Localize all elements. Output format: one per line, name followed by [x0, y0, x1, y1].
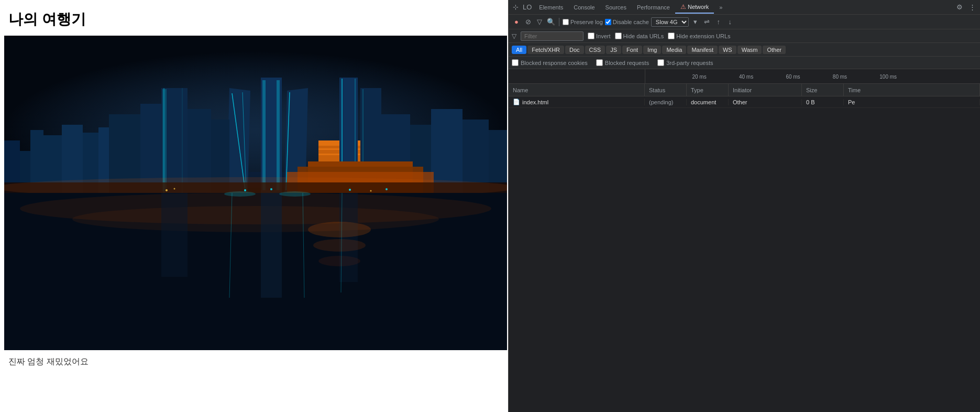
type-btn-img[interactable]: Img	[643, 46, 661, 54]
devtools-panel: ⊹ LO Elements Console Sources Performanc…	[508, 0, 980, 412]
th-type[interactable]: Type	[687, 84, 729, 96]
page-title: 나의 여행기	[0, 5, 508, 36]
type-filter-bar: All Fetch/XHR Doc CSS JS Font Img Media …	[509, 43, 980, 57]
timeline-tick-100ms: 100 ms	[879, 73, 897, 79]
svg-point-56	[313, 239, 366, 252]
invert-checkbox[interactable]	[588, 32, 594, 39]
devtools-right-icons: ⚙ ⋮	[954, 2, 978, 12]
throttle-dropdown-icon[interactable]: ▾	[691, 17, 700, 27]
tab-more[interactable]: »	[714, 2, 728, 13]
preserve-log-label: Preserve log	[570, 19, 603, 25]
timeline-tick-60ms: 60 ms	[786, 73, 800, 79]
th-initiator[interactable]: Initiator	[729, 84, 802, 96]
table-row[interactable]: 📄 index.html (pending) document Other 0 …	[509, 96, 980, 108]
hide-data-urls-checkbox[interactable]	[615, 32, 622, 39]
svg-point-59	[174, 188, 175, 190]
th-name[interactable]: Name	[509, 84, 645, 96]
settings-icon[interactable]: ⚙	[954, 2, 965, 12]
svg-point-48	[72, 206, 439, 232]
hide-extension-urls-checkbox-group[interactable]: Hide extension URLs	[668, 32, 730, 39]
search-button[interactable]: 🔍	[546, 17, 556, 27]
record-button[interactable]: ●	[512, 17, 521, 27]
td-initiator: Other	[729, 99, 802, 105]
timeline-tick-80ms: 80 ms	[833, 73, 847, 79]
filter-button[interactable]: ▽	[535, 17, 544, 27]
extra-filters-bar: Blocked response cookies Blocked request…	[509, 57, 980, 69]
svg-point-63	[370, 190, 372, 192]
th-time[interactable]: Time	[844, 84, 980, 96]
tab-performance[interactable]: Performance	[632, 2, 675, 13]
type-btn-ws[interactable]: WS	[719, 46, 736, 54]
td-size: 0 B	[802, 99, 844, 105]
disable-cache-checkbox[interactable]	[605, 19, 611, 25]
city-image	[4, 36, 507, 350]
timeline-ruler: 20 ms 40 ms 60 ms 80 ms 100 ms	[645, 69, 980, 83]
filter-input[interactable]	[521, 31, 583, 41]
blocked-requests-filter[interactable]: Blocked requests	[596, 59, 649, 66]
timeline-tick-20ms: 20 ms	[692, 73, 706, 79]
file-doc-icon: 📄	[513, 99, 520, 105]
tab-sources[interactable]: Sources	[600, 2, 632, 13]
timeline-tick-40ms: 40 ms	[739, 73, 753, 79]
td-time: Pe	[844, 99, 980, 105]
invert-checkbox-group[interactable]: Invert	[588, 32, 611, 39]
svg-point-65	[224, 191, 256, 197]
td-name: 📄 index.html	[509, 99, 645, 105]
svg-point-64	[386, 188, 388, 190]
svg-rect-20	[162, 89, 167, 191]
svg-point-62	[349, 189, 351, 191]
filter-funnel-icon: ▽	[512, 32, 516, 40]
throttle-select[interactable]: Slow 4G Fast 3G Online Offline	[651, 17, 689, 27]
lo-icon[interactable]: LO	[521, 3, 534, 11]
stop-button[interactable]: ⊘	[523, 17, 533, 27]
type-btn-other[interactable]: Other	[763, 46, 786, 54]
type-btn-manifest[interactable]: Manifest	[687, 46, 718, 54]
timeline-header: 20 ms 40 ms 60 ms 80 ms 100 ms	[509, 69, 980, 84]
type-btn-font[interactable]: Font	[622, 46, 642, 54]
type-btn-all[interactable]: All	[512, 46, 526, 54]
upload-icon: ↑	[714, 17, 723, 27]
type-btn-wasm[interactable]: Wasm	[737, 46, 762, 54]
tab-network[interactable]: ⚠ Network	[675, 1, 714, 14]
th-size[interactable]: Size	[802, 84, 844, 96]
type-btn-js[interactable]: JS	[606, 46, 621, 54]
disable-cache-label: Disable cache	[613, 19, 649, 25]
toolbar-separator-1	[559, 18, 559, 26]
download-icon: ↓	[725, 17, 735, 27]
type-btn-doc[interactable]: Doc	[565, 46, 584, 54]
preserve-log-checkbox-group[interactable]: Preserve log	[563, 19, 603, 25]
type-btn-media[interactable]: Media	[662, 46, 686, 54]
cursor-icon[interactable]: ⊹	[511, 3, 521, 11]
more-options-icon[interactable]: ⋮	[967, 2, 978, 12]
svg-point-66	[279, 191, 311, 197]
tab-console[interactable]: Console	[568, 2, 600, 13]
blocked-requests-checkbox[interactable]	[596, 59, 603, 66]
hide-data-urls-checkbox-group[interactable]: Hide data URLs	[615, 32, 664, 39]
hide-extension-urls-label: Hide extension URLs	[676, 33, 730, 39]
table-header: Name Status Type Initiator Size Time	[509, 84, 980, 96]
wifi-icon: ⇌	[702, 17, 712, 27]
blocked-cookies-checkbox[interactable]	[512, 59, 519, 66]
hide-extension-urls-checkbox[interactable]	[668, 32, 675, 39]
preserve-log-checkbox[interactable]	[563, 19, 569, 25]
page-caption: 진짜 엄청 재밌었어요	[0, 350, 508, 374]
third-party-filter[interactable]: 3rd-party requests	[657, 59, 713, 66]
invert-label: Invert	[596, 33, 611, 39]
td-status: (pending)	[645, 99, 687, 105]
filter-bar: ▽ Invert Hide data URLs Hide extension U…	[509, 29, 980, 43]
hide-data-urls-label: Hide data URLs	[623, 33, 664, 39]
svg-rect-50	[161, 193, 188, 277]
svg-point-58	[166, 189, 168, 191]
td-type: document	[687, 99, 729, 105]
svg-point-60	[244, 189, 246, 191]
tab-elements[interactable]: Elements	[534, 2, 568, 13]
blocked-cookies-filter[interactable]: Blocked response cookies	[512, 59, 588, 66]
devtools-tab-bar: ⊹ LO Elements Console Sources Performanc…	[509, 0, 980, 15]
blocked-requests-label: Blocked requests	[605, 60, 649, 66]
third-party-checkbox[interactable]	[657, 59, 664, 66]
th-status[interactable]: Status	[645, 84, 687, 96]
third-party-label: 3rd-party requests	[666, 60, 713, 66]
type-btn-fetch-xhr[interactable]: Fetch/XHR	[527, 46, 564, 54]
disable-cache-checkbox-group[interactable]: Disable cache	[605, 19, 649, 25]
type-btn-css[interactable]: CSS	[585, 46, 605, 54]
